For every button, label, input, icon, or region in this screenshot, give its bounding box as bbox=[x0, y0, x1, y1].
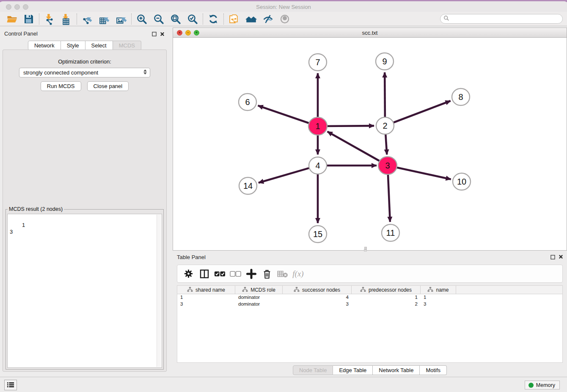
zoom-fit-icon[interactable] bbox=[167, 13, 184, 25]
table-row[interactable]: 1dominator411 bbox=[177, 294, 562, 301]
deselect-all-icon[interactable] bbox=[228, 267, 243, 281]
graph-node-8[interactable]: 8 bbox=[452, 88, 470, 105]
optimization-criterion-label: Optimization criterion: bbox=[3, 58, 166, 65]
import-network-icon[interactable] bbox=[41, 13, 58, 25]
graph-edge-3-11[interactable] bbox=[388, 169, 390, 222]
table-cell[interactable]: 3 bbox=[421, 301, 456, 308]
save-session-icon[interactable] bbox=[20, 13, 37, 25]
selected-option: strongly connected component bbox=[23, 69, 98, 76]
column-label: name bbox=[436, 287, 449, 293]
tab-network-table[interactable]: Network Table bbox=[373, 365, 420, 375]
column-label: predecessor nodes bbox=[369, 287, 412, 293]
table-cell[interactable]: 3 bbox=[283, 301, 352, 308]
graph-edge-1-2[interactable] bbox=[321, 126, 374, 126]
graph-edge-3-10[interactable] bbox=[391, 166, 451, 179]
table-cell[interactable]: 1 bbox=[352, 294, 421, 301]
table-cell[interactable]: 1 bbox=[421, 294, 456, 301]
graph-node-14[interactable]: 14 bbox=[239, 177, 257, 194]
svg-text:7: 7 bbox=[315, 58, 320, 67]
svg-text:2: 2 bbox=[383, 121, 387, 130]
refresh-layout-icon[interactable] bbox=[205, 13, 222, 25]
eye-icon bbox=[276, 13, 293, 25]
graph-node-2[interactable]: 2 bbox=[376, 117, 394, 134]
table-toolbar: f(x) bbox=[177, 265, 563, 283]
node-table: shared nameMCDS rolesuccessor nodesprede… bbox=[177, 285, 563, 363]
run-mcds-button[interactable]: Run MCDS bbox=[41, 81, 81, 91]
zoom-out-icon[interactable] bbox=[150, 13, 167, 25]
control-panel-float-icon[interactable] bbox=[151, 31, 157, 37]
tab-node-table[interactable]: Node Table bbox=[293, 365, 333, 375]
tab-network[interactable]: Network bbox=[28, 41, 61, 50]
graph-edge-4-14[interactable] bbox=[259, 166, 314, 182]
close-panel-button[interactable]: Close panel bbox=[87, 81, 129, 91]
function-builder-label: f(x) bbox=[292, 269, 303, 279]
result-scrollbar[interactable] bbox=[157, 215, 161, 367]
graph-node-15[interactable]: 15 bbox=[309, 226, 327, 243]
graph-node-11[interactable]: 11 bbox=[382, 224, 399, 241]
table-panel-resize-grip[interactable] bbox=[364, 249, 367, 251]
window-title: Session: New Session bbox=[0, 4, 567, 10]
table-cell[interactable]: 2 bbox=[352, 301, 421, 308]
mcds-result-textarea[interactable]: 1 3 bbox=[7, 214, 162, 368]
graph-node-1[interactable]: 1 bbox=[308, 117, 327, 135]
table-cell[interactable]: dominator bbox=[235, 301, 283, 308]
optimization-criterion-select[interactable]: strongly connected component bbox=[19, 68, 150, 77]
column-header-predecessor-nodes[interactable]: predecessor nodes bbox=[352, 286, 421, 294]
function-builder-icon: f(x) bbox=[290, 267, 306, 281]
column-header-name[interactable]: name bbox=[421, 286, 456, 294]
network-window-titlebar[interactable]: × − + scc.txt bbox=[173, 28, 567, 38]
export-table-icon[interactable] bbox=[96, 13, 113, 25]
table-cell[interactable]: 1 bbox=[177, 294, 235, 301]
memory-button[interactable]: Memory bbox=[525, 381, 560, 389]
zoom-selected-icon[interactable] bbox=[184, 13, 201, 25]
duplicate-network-icon[interactable] bbox=[226, 13, 242, 25]
search-input[interactable] bbox=[449, 16, 562, 22]
column-label: successor nodes bbox=[302, 287, 340, 293]
home-view-icon[interactable] bbox=[242, 13, 259, 25]
column-label: MCDS role bbox=[250, 287, 275, 293]
table-body: 1dominator4113dominator323 bbox=[177, 294, 562, 308]
tab-motifs[interactable]: Motifs bbox=[420, 365, 447, 375]
table-cell[interactable]: 4 bbox=[283, 294, 352, 301]
column-header-successor-nodes[interactable]: successor nodes bbox=[283, 286, 352, 294]
mcds-result-lines: 1 3 bbox=[10, 222, 25, 235]
delete-column-icon[interactable] bbox=[259, 267, 275, 281]
tab-edge-table[interactable]: Edge Table bbox=[333, 365, 373, 375]
graph-node-10[interactable]: 10 bbox=[453, 173, 471, 190]
import-table-icon[interactable] bbox=[58, 13, 75, 25]
hide-eye-icon[interactable] bbox=[259, 13, 276, 25]
open-session-icon[interactable] bbox=[3, 13, 20, 25]
tab-select[interactable]: Select bbox=[85, 41, 113, 50]
graph-node-7[interactable]: 7 bbox=[309, 54, 327, 71]
table-panel-float-icon[interactable] bbox=[550, 254, 556, 260]
table-panel-close-icon[interactable] bbox=[558, 254, 564, 259]
column-header-MCDS-role[interactable]: MCDS role bbox=[235, 286, 283, 294]
svg-text:4: 4 bbox=[315, 161, 320, 170]
select-all-icon[interactable] bbox=[212, 267, 228, 281]
network-canvas-svg[interactable]: 7968124314101511 bbox=[173, 38, 567, 250]
graph-node-9[interactable]: 9 bbox=[376, 53, 394, 70]
table-cell[interactable]: dominator bbox=[235, 294, 283, 301]
task-history-button[interactable] bbox=[4, 380, 17, 390]
graph-edge-1-6[interactable] bbox=[258, 105, 314, 125]
graph-edge-3-1[interactable] bbox=[328, 132, 385, 164]
control-panel-close-icon[interactable] bbox=[159, 31, 165, 37]
column-settings-gear-icon[interactable] bbox=[181, 267, 196, 281]
table-cell[interactable]: 3 bbox=[177, 301, 235, 308]
table-row[interactable]: 3dominator323 bbox=[177, 301, 562, 308]
add-column-icon[interactable] bbox=[243, 267, 259, 281]
graph-node-6[interactable]: 6 bbox=[239, 94, 256, 110]
zoom-in-icon[interactable] bbox=[133, 13, 150, 25]
graph-node-3[interactable]: 3 bbox=[378, 157, 397, 174]
tab-style[interactable]: Style bbox=[61, 41, 85, 50]
graph-edge-2-8[interactable] bbox=[388, 101, 451, 124]
svg-text:6: 6 bbox=[245, 97, 250, 107]
export-network-icon[interactable] bbox=[79, 13, 96, 25]
search-box[interactable] bbox=[440, 14, 563, 24]
column-header-shared-name[interactable]: shared name bbox=[177, 286, 235, 294]
export-image-icon[interactable] bbox=[113, 13, 129, 25]
tab-mcds[interactable]: MCDS bbox=[113, 41, 141, 50]
graph-edge-2-9[interactable] bbox=[385, 72, 385, 122]
split-panel-icon[interactable] bbox=[196, 267, 212, 281]
graph-node-4[interactable]: 4 bbox=[309, 157, 327, 174]
